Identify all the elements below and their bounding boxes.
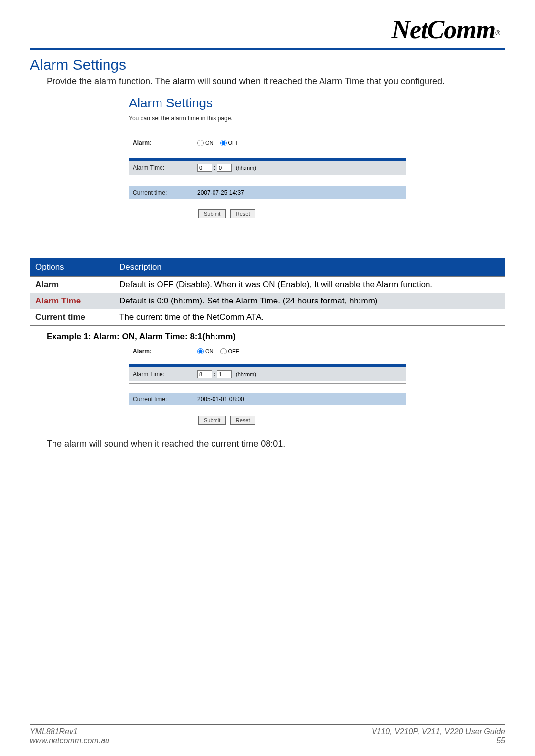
brand-text: NetComm	[392, 15, 496, 44]
description-header: Description	[114, 258, 505, 277]
example-alarm-off-radio[interactable]	[220, 348, 227, 354]
options-header: Options	[30, 258, 114, 277]
current-time-label: Current time:	[133, 189, 197, 196]
example-reset-button[interactable]: Reset	[230, 416, 256, 425]
example-current-time-value: 2005-01-01 08:00	[197, 396, 244, 403]
alarm-label: Alarm:	[133, 139, 197, 146]
alarm-time-row: Alarm Time: : (hh:mm)	[129, 161, 406, 175]
example-hour-input[interactable]	[197, 370, 212, 378]
alarm-time-label: Alarm Time:	[133, 164, 197, 171]
header-logo: NetComm®	[30, 10, 505, 44]
registered-mark: ®	[495, 29, 500, 37]
example-current-time-label: Current time:	[133, 396, 197, 403]
footer-guide-name: V110, V210P, V211, V220 User Guide	[372, 727, 505, 736]
alarm-on-radio[interactable]	[197, 140, 204, 146]
table-row: Alarm Time Default is 0:0 (hh:mm). Set t…	[30, 293, 505, 309]
example-result: The alarm will sound when it reached the…	[47, 439, 505, 449]
example-alarm-time-label: Alarm Time:	[133, 371, 197, 378]
example-alarm-on-radio[interactable]	[197, 348, 204, 354]
footer-doc-id: YML881Rev1	[30, 727, 109, 736]
example-submit-button[interactable]: Submit	[198, 416, 226, 425]
alarm-on-option[interactable]: ON	[197, 140, 214, 146]
current-time-row: Current time: 2007-07-25 14:37	[129, 186, 406, 199]
example-alarm-row: Alarm: ON OFF	[129, 345, 406, 357]
example-alarm-time-row: Alarm Time: : (hh:mm)	[129, 367, 406, 381]
example-alarm-on-option[interactable]: ON	[197, 348, 214, 354]
options-table: Options Description Alarm Default is OFF…	[30, 258, 505, 326]
example-alarm-off-option[interactable]: OFF	[220, 348, 239, 354]
example-title: Example 1: Alarm: ON, Alarm Time: 8:1(hh…	[47, 332, 505, 342]
alarm-off-option[interactable]: OFF	[220, 140, 239, 146]
intro-text: Provide the alarm function. The alarm wi…	[47, 76, 505, 87]
example-hhmm-hint: (hh:mm)	[236, 371, 256, 377]
example-current-time-row: Current time: 2005-01-01 08:00	[129, 393, 406, 405]
header-rule	[30, 48, 505, 50]
example-panel: Alarm: ON OFF Alarm Time: : (hh:mm) Curr…	[129, 345, 406, 430]
hhmm-hint: (hh:mm)	[236, 165, 256, 171]
table-row: Current time The current time of the Net…	[30, 309, 505, 326]
table-row: Alarm Default is OFF (Disable). When it …	[30, 277, 505, 293]
reset-button[interactable]: Reset	[230, 209, 256, 218]
alarm-row: Alarm: ON OFF	[129, 136, 406, 149]
panel-title: Alarm Settings	[129, 96, 406, 111]
footer-url: www.netcomm.com.au	[30, 736, 109, 745]
example-time-colon: :	[214, 371, 215, 378]
submit-button[interactable]: Submit	[198, 209, 226, 218]
current-time-value: 2007-07-25 14:37	[197, 189, 244, 196]
page-footer: YML881Rev1 www.netcomm.com.au V110, V210…	[30, 724, 505, 745]
alarm-off-radio[interactable]	[220, 140, 227, 146]
panel-subtitle: You can set the alarm time in this page.	[129, 115, 406, 122]
example-alarm-label: Alarm:	[133, 348, 197, 354]
alarm-hour-input[interactable]	[197, 164, 212, 172]
alarm-settings-panel: Alarm Settings You can set the alarm tim…	[129, 96, 406, 223]
example-minute-input[interactable]	[217, 370, 232, 378]
page-title: Alarm Settings	[30, 56, 505, 73]
alarm-minute-input[interactable]	[217, 164, 232, 172]
time-colon: :	[214, 164, 215, 171]
footer-page-number: 55	[372, 736, 505, 745]
